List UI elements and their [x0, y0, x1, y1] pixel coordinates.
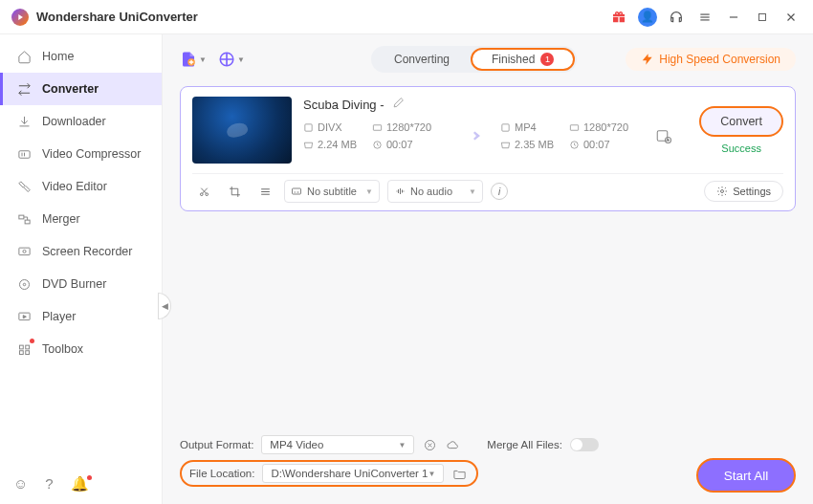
- svg-rect-23: [570, 124, 578, 130]
- minimize-button[interactable]: [723, 7, 744, 28]
- bottom-bar: Output Format: MP4 Video▼ Merge All File…: [180, 435, 796, 493]
- close-button[interactable]: [780, 7, 802, 28]
- tab-converting[interactable]: Converting: [373, 48, 471, 71]
- maximize-button[interactable]: [752, 7, 773, 28]
- cloud-icon[interactable]: [445, 437, 460, 452]
- status-label: Success: [721, 142, 761, 154]
- arrow-icon: [447, 124, 500, 147]
- sidebar-item-player[interactable]: Player: [0, 300, 162, 333]
- crop-icon[interactable]: [223, 181, 246, 202]
- open-folder-icon[interactable]: [451, 466, 467, 481]
- svg-point-27: [200, 192, 203, 195]
- sidebar-item-compressor[interactable]: Video Compressor: [0, 138, 162, 170]
- app-logo-icon: [11, 9, 29, 26]
- svg-rect-8: [18, 248, 29, 255]
- start-all-button[interactable]: Start All: [696, 458, 796, 493]
- sidebar-item-label: Video Compressor: [42, 147, 141, 161]
- tab-finished[interactable]: Finished 1: [471, 48, 575, 71]
- add-file-button[interactable]: ▼: [180, 48, 207, 71]
- svg-rect-22: [502, 123, 509, 130]
- dst-duration: 00:07: [569, 139, 644, 150]
- feedback-icon[interactable]: ☺: [13, 475, 28, 493]
- player-icon: [15, 308, 33, 325]
- svg-rect-3: [730, 16, 737, 17]
- svg-point-28: [205, 192, 208, 195]
- svg-rect-20: [373, 124, 381, 130]
- titlebar: Wondershare UniConverter 👤: [0, 0, 813, 34]
- sidebar-item-home[interactable]: Home: [0, 40, 162, 73]
- app-title: Wondershare UniConverter: [36, 10, 198, 24]
- src-resolution: 1280*720: [372, 121, 447, 133]
- svg-rect-6: [18, 215, 23, 219]
- high-speed-conversion-button[interactable]: High Speed Conversion: [626, 48, 796, 71]
- svg-point-9: [22, 250, 25, 252]
- svg-rect-1: [700, 16, 709, 17]
- svg-rect-13: [19, 345, 23, 349]
- settings-button[interactable]: Settings: [704, 181, 783, 202]
- tab-group: Converting Finished 1: [371, 46, 577, 73]
- screen-recorder-icon: [15, 243, 33, 260]
- svg-rect-29: [293, 188, 301, 194]
- src-duration: 00:07: [372, 139, 447, 150]
- sidebar-item-label: DVD Burner: [42, 277, 106, 291]
- file-card: Scuba Diving - DIVX 1280*720 2.24 MB 00:…: [180, 86, 796, 211]
- dvd-icon: [15, 275, 33, 293]
- svg-rect-16: [25, 350, 29, 354]
- output-format-select[interactable]: MP4 Video▼: [261, 435, 414, 454]
- add-folder-button[interactable]: ▼: [218, 48, 245, 71]
- sidebar-item-label: Downloader: [42, 115, 106, 128]
- sidebar-item-dvdburner[interactable]: DVD Burner: [0, 268, 162, 300]
- convert-button[interactable]: Convert: [699, 106, 783, 137]
- output-format-label: Output Format:: [180, 439, 253, 450]
- sidebar-item-converter[interactable]: Converter: [0, 73, 162, 105]
- file-location-highlight: File Location: D:\Wondershare UniConvert…: [180, 460, 478, 487]
- trim-icon[interactable]: [192, 181, 215, 202]
- sidebar-item-merger[interactable]: Merger: [0, 203, 162, 235]
- sidebar-item-screenrecorder[interactable]: Screen Recorder: [0, 235, 162, 268]
- svg-rect-14: [25, 345, 29, 349]
- content-area: ▼ ▼ Converting Finished 1 High Speed Con…: [163, 34, 813, 504]
- help-icon[interactable]: ?: [45, 475, 53, 493]
- effect-icon[interactable]: [253, 181, 276, 202]
- output-settings-icon[interactable]: [655, 127, 672, 144]
- svg-rect-19: [305, 123, 312, 130]
- svg-point-11: [23, 283, 26, 286]
- merge-toggle[interactable]: [570, 438, 599, 451]
- merge-label: Merge All Files:: [487, 439, 562, 450]
- finished-count-badge: 1: [540, 53, 554, 66]
- notification-icon[interactable]: 🔔: [71, 475, 89, 493]
- sidebar-item-label: Converter: [42, 82, 99, 96]
- sidebar-item-label: Toolbox: [42, 342, 83, 356]
- toolbox-icon: [15, 340, 33, 358]
- sidebar: Home Converter Downloader Video Compress…: [0, 34, 163, 504]
- sidebar-item-label: Video Editor: [42, 180, 107, 193]
- dst-resolution: 1280*720: [569, 121, 644, 133]
- video-thumbnail[interactable]: [192, 97, 292, 164]
- editor-icon: [15, 178, 33, 195]
- sidebar-item-toolbox[interactable]: Toolbox: [0, 333, 162, 365]
- file-location-label: File Location:: [184, 468, 254, 479]
- audio-dropdown[interactable]: No audio▼: [387, 180, 483, 203]
- sidebar-item-downloader[interactable]: Downloader: [0, 105, 162, 138]
- gpu-icon[interactable]: [422, 437, 437, 452]
- sidebar-item-editor[interactable]: Video Editor: [0, 170, 162, 203]
- user-avatar[interactable]: 👤: [637, 7, 658, 28]
- sidebar-item-label: Merger: [42, 212, 80, 226]
- svg-rect-15: [19, 350, 23, 354]
- svg-rect-25: [657, 131, 668, 142]
- svg-point-10: [19, 279, 29, 289]
- support-icon[interactable]: [666, 7, 687, 28]
- merger-icon: [15, 210, 33, 228]
- svg-rect-2: [700, 19, 709, 20]
- menu-icon[interactable]: [694, 7, 715, 28]
- info-icon[interactable]: i: [491, 183, 508, 200]
- src-format: DIVX: [303, 121, 368, 133]
- file-location-select[interactable]: D:\Wondershare UniConverter 1▼: [262, 464, 444, 483]
- gift-icon[interactable]: [608, 7, 629, 28]
- subtitle-dropdown[interactable]: No subtitle▼: [284, 180, 380, 203]
- file-name: Scuba Diving -: [303, 98, 385, 112]
- svg-point-30: [721, 190, 724, 193]
- edit-name-icon[interactable]: [392, 97, 405, 112]
- src-size: 2.24 MB: [303, 139, 368, 150]
- dst-format: MP4: [500, 121, 565, 133]
